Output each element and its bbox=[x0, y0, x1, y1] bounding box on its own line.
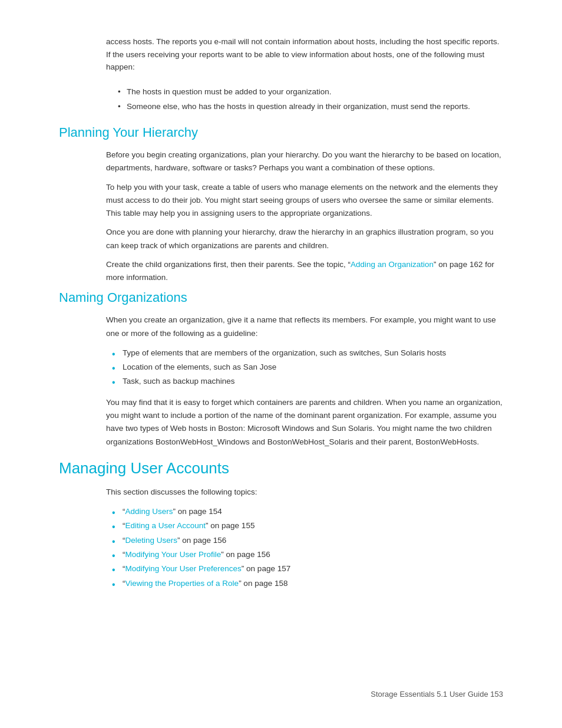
managing-link-2: “Editing a User Account” on page 155 bbox=[112, 519, 503, 533]
planning-para-4: Create the child organizations first, th… bbox=[106, 258, 503, 285]
naming-closing: You may find that it is easy to forget w… bbox=[106, 396, 503, 449]
naming-bullet-list: Type of elements that are members of the… bbox=[112, 346, 503, 389]
modifying-profile-link[interactable]: Modifying Your User Profile bbox=[125, 550, 222, 559]
planning-heading: Planning Your Hierarchy bbox=[59, 125, 503, 140]
adding-users-link[interactable]: Adding Users bbox=[125, 507, 173, 516]
managing-link-5: “Modifying Your User Preferences” on pag… bbox=[112, 562, 503, 576]
modifying-preferences-link[interactable]: Modifying Your User Preferences bbox=[125, 564, 242, 573]
naming-bullet-1: Type of elements that are members of the… bbox=[112, 346, 503, 360]
intro-paragraph: access hosts. The reports you e-mail wil… bbox=[106, 35, 503, 74]
managing-links-list: “Adding Users” on page 154 “Editing a Us… bbox=[112, 505, 503, 591]
naming-intro: When you create an organization, give it… bbox=[106, 314, 503, 340]
intro-bullet-list: The hosts in question must be added to y… bbox=[118, 85, 503, 113]
page-footer: Storage Essentials 5.1 User Guide 153 bbox=[371, 690, 503, 699]
naming-bullet-2: Location of the elements, such as San Jo… bbox=[112, 360, 503, 374]
intro-bullet-1: The hosts in question must be added to y… bbox=[118, 85, 503, 98]
managing-intro: This section discusses the following top… bbox=[106, 486, 503, 499]
viewing-role-link[interactable]: Viewing the Properties of a Role bbox=[125, 579, 239, 588]
managing-link-4: “Modifying Your User Profile” on page 15… bbox=[112, 548, 503, 562]
intro-bullet-2: Someone else, who has the hosts in quest… bbox=[118, 100, 503, 113]
naming-bullet-3: Task, such as backup machines bbox=[112, 374, 503, 388]
intro-text-content: access hosts. The reports you e-mail wil… bbox=[106, 37, 500, 71]
managing-link-3: “Deleting Users” on page 156 bbox=[112, 533, 503, 548]
editing-user-link[interactable]: Editing a User Account bbox=[125, 521, 206, 530]
adding-org-link[interactable]: Adding an Organization bbox=[351, 260, 434, 269]
managing-heading: Managing User Accounts bbox=[59, 459, 503, 477]
planning-para-1: Before you begin creating organizations,… bbox=[106, 149, 503, 175]
planning-para-3: Once you are done with planning your hie… bbox=[106, 226, 503, 252]
managing-link-1: “Adding Users” on page 154 bbox=[112, 505, 503, 519]
planning-para-2: To help you with your task, create a tab… bbox=[106, 181, 503, 220]
deleting-users-link[interactable]: Deleting Users bbox=[125, 536, 178, 545]
managing-link-6: “Viewing the Properties of a Role” on pa… bbox=[112, 577, 503, 591]
page-container: access hosts. The reports you e-mail wil… bbox=[0, 0, 562, 728]
naming-heading: Naming Organizations bbox=[59, 290, 503, 305]
